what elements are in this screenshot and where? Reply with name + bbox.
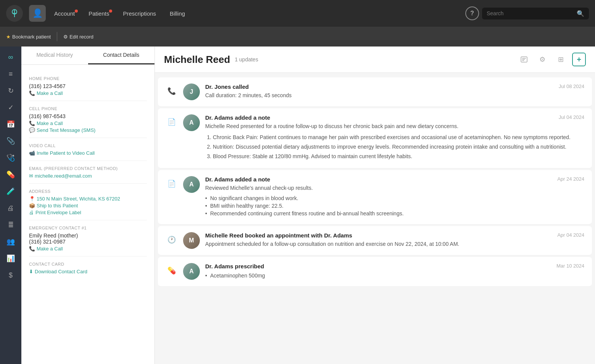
app-logo[interactable] [6,5,23,22]
divider [57,32,57,41]
feed-body: Michelle Reed presented for a routine fo… [205,122,584,130]
pill-icon: 💊 [166,265,178,277]
tab-medical-history[interactable]: Medical History [21,47,88,64]
list-item: Blood Pressure: Stable at 120/80 mmHg. A… [213,152,584,160]
feed-item-header: Michelle Reed booked an appointment with… [205,232,584,239]
emergency-call-link[interactable]: 📞 Make a Call [29,246,147,252]
email-link[interactable]: ✉ michelle.reed@email.com [29,173,147,179]
print-envelope-link[interactable]: 🖨 Print Envelope Label [29,210,147,215]
divider [29,220,147,220]
star-icon: ★ [6,34,11,40]
translate-button[interactable] [517,53,531,66]
patients-dot [109,10,112,13]
print-icon: 🖨 [29,210,34,215]
download-contact-card-link[interactable]: ⬇ Download Contact Card [29,269,147,274]
emergency-phone: (316) 321-0987 [29,239,147,245]
sidebar-icon-calendar[interactable]: 📅 [3,117,18,132]
feed-title: Dr. Jones called [205,83,249,90]
tab-contact-details[interactable]: Contact Details [88,47,155,64]
feed-item-header: Dr. Adams added a note Apr 24 2024 [205,176,584,183]
feed-item-header: Dr. Adams added a note Jul 04 2024 [205,114,584,121]
feed-title: Dr. Adams added a note [205,114,270,121]
cell-phone-call-link[interactable]: 📞 Make a Call [29,120,147,126]
sidebar-icon-infinity[interactable]: ∞ [3,50,18,65]
sidebar-icon-chart[interactable]: 📊 [3,251,18,266]
feed-bullets: Acetaminophen 500mg [205,273,584,279]
divider [29,160,147,161]
grid-button[interactable]: ⊞ [554,53,568,66]
feed-bullets: No significant changes in blood work. BM… [205,195,584,216]
feed-item-content: Dr. Adams added a note Jul 04 2024 Miche… [205,114,584,162]
sidebar-icon-check[interactable]: ✓ [3,100,18,115]
emergency-name: Emily Reed (mother) [29,233,147,239]
top-nav: 👤 Account Patients Prescriptions Billing… [0,0,595,27]
settings-button[interactable]: ⚙ [536,53,549,66]
divider [29,183,147,184]
feed-date: Jul 08 2024 [559,83,584,89]
cell-sms-link[interactable]: 💬 Send Text Message (SMS) [29,127,147,133]
divider [29,138,147,138]
feed-item-content: Dr. Adams prescribed Mar 10 2024 Acetami… [205,263,584,280]
sidebar-icon-billing[interactable]: $ [3,268,18,283]
left-panel: Medical History Contact Details Home Pho… [21,47,155,364]
nav-prescriptions[interactable]: Prescriptions [117,7,161,20]
feed-item-note-1: 📄 A Dr. Adams added a note Jul 04 2024 M… [158,108,592,168]
dr-adams-avatar: A [183,114,200,131]
clock-icon: 🕐 [166,234,178,246]
bullet-item: BMI within healthy range: 22.5. [205,203,584,209]
email-label: Email (preferred contact method) [29,166,147,171]
download-icon: ⬇ [29,269,33,274]
feed-body: Call duration: 2 minutes, 45 seconds [205,91,584,99]
contact-details-content: Home Phone (316) 123-4567 📞 Make a Call … [21,65,154,274]
edit-record-button[interactable]: ⚙ Edit record [63,34,93,40]
feed-body: Appointment scheduled for a follow-up co… [205,240,584,248]
nav-billing[interactable]: Billing [164,7,190,20]
dr-adams-avatar-3: A [183,263,200,280]
sidebar-icon-contacts[interactable]: 👥 [3,234,18,249]
feed-title: Michelle Reed booked an appointment with… [205,232,352,239]
nav-account[interactable]: Account [49,7,80,20]
sidebar-icon-lab[interactable]: 🧪 [3,184,18,199]
search-bar: 🔍 [482,8,589,19]
phone-icon: 📞 [29,120,35,126]
bookmark-patient-button[interactable]: ★ Bookmark patient [6,34,51,40]
patient-bar-actions: ★ Bookmark patient ⚙ Edit record [6,32,93,41]
add-button[interactable]: + [572,53,586,66]
video-call-label: Video Call [29,143,147,148]
sidebar-icon-print[interactable]: 🖨 [3,200,18,216]
sidebar-icon-notes[interactable]: ≡ [3,66,18,82]
emergency-contact-label: Emergency Contact #1 [29,226,147,230]
sidebar-icon-stethoscope[interactable]: 🩺 [3,150,18,165]
phone-icon: 📞 [29,90,35,96]
help-button[interactable]: ? [465,6,479,20]
phone-icon: 📞 [166,85,178,97]
divider [29,256,147,257]
feed-body: Reviewed Michelle's annual check-up resu… [205,184,584,192]
patient-header-actions: ⚙ ⊞ + [517,53,586,66]
home-phone-call-link[interactable]: 📞 Make a Call [29,90,147,96]
feed-date: Jul 04 2024 [559,114,584,120]
sidebar-icon-list[interactable]: ≣ [3,217,18,233]
feed-list: Chronic Back Pain: Patient continues to … [205,133,584,160]
ship-to-patient-link[interactable]: 📦 Ship to this Patient [29,203,147,208]
activity-feed: 📞 J Dr. Jones called Jul 08 2024 Call du… [155,73,595,291]
sidebar-icon-pill[interactable]: 💊 [3,167,18,182]
sidebar-icon-refresh[interactable]: ↻ [3,83,18,98]
feed-title: Dr. Adams prescribed [205,263,264,269]
feed-title: Dr. Adams added a note [205,176,270,183]
sidebar-icon-attach[interactable]: 📎 [3,133,18,149]
nav-patients[interactable]: Patients [83,7,114,20]
list-item: Chronic Back Pain: Patient continues to … [213,133,584,141]
feed-item-prescription: 💊 A Dr. Adams prescribed Mar 10 2024 Ace… [158,257,592,287]
patient-avatar: M [183,232,200,249]
user-avatar[interactable]: 👤 [29,5,46,22]
divider [29,101,147,101]
patient-name: Michelle Reed [164,54,230,66]
feed-item-header: Dr. Jones called Jul 08 2024 [205,83,584,90]
dr-adams-avatar-2: A [183,176,200,193]
search-input[interactable] [487,10,574,16]
patient-updates: 1 updates [235,56,258,63]
video-call-link[interactable]: 📹 Invite Patient to Video Call [29,150,147,156]
patient-bar: ★ Bookmark patient ⚙ Edit record [0,27,595,47]
feed-date: Apr 24 2024 [557,176,584,182]
